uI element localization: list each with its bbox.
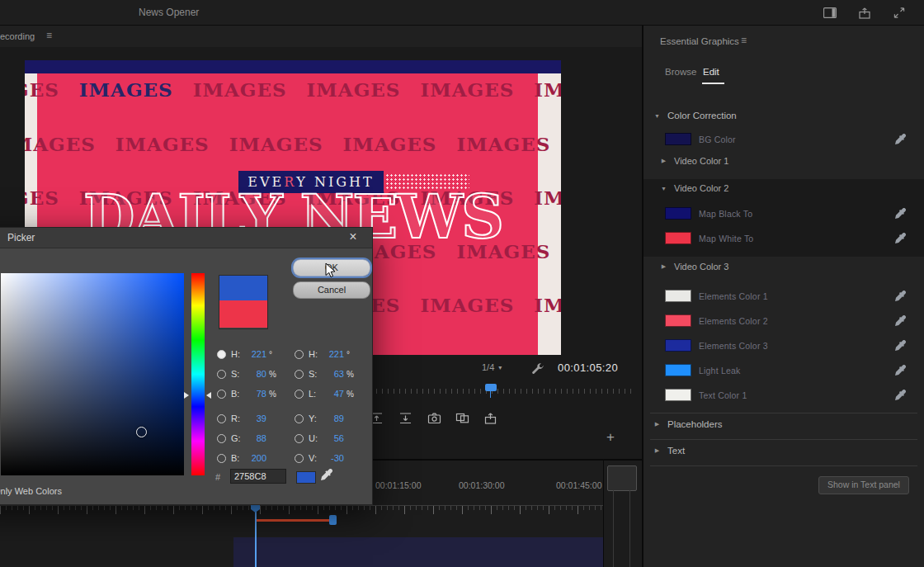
row-elements-color-1[interactable]: Elements Color 1	[665, 289, 768, 303]
radio-button[interactable]	[217, 434, 226, 443]
radio-button[interactable]	[295, 454, 304, 463]
row-elements-color-2[interactable]: Elements Color 2	[665, 314, 768, 328]
panel-menu-icon[interactable]: ≡	[46, 30, 52, 41]
section-color-correction[interactable]: ▼ Color Correction	[653, 111, 737, 120]
color-swatch[interactable]	[665, 364, 691, 376]
color-swatch[interactable]	[665, 207, 691, 220]
field-hsl-s[interactable]: S: 63 %	[295, 368, 356, 380]
field-hsl-l[interactable]: L: 47 %	[295, 388, 356, 399]
eyedropper-icon[interactable]	[321, 469, 332, 480]
radio-button[interactable]	[217, 454, 226, 463]
playback-resolution-select[interactable]: 1/4 ▾	[482, 362, 502, 372]
row-light-leak[interactable]: Light Leak	[665, 363, 740, 377]
eyedropper-icon[interactable]	[895, 340, 906, 351]
radio-button[interactable]	[217, 370, 226, 379]
radio-button[interactable]	[295, 370, 304, 379]
chevron-down-icon[interactable]: ▼	[653, 113, 661, 119]
field-value[interactable]: 200	[244, 453, 266, 463]
field-yuv-v[interactable]: V: -30	[295, 452, 356, 464]
field-yuv-u[interactable]: U: 56	[295, 432, 356, 444]
field-value[interactable]: 80	[244, 369, 266, 379]
workspace-icon[interactable]	[823, 7, 837, 19]
field-value[interactable]: 56	[322, 433, 344, 443]
color-swatch[interactable]	[665, 339, 691, 352]
hue-slider-arrow-left[interactable]	[184, 392, 189, 399]
current-timecode[interactable]: 00:01:05:20	[558, 361, 618, 374]
field-hue[interactable]: H: 221 °	[217, 348, 279, 360]
monitor-playhead-handle[interactable]	[485, 384, 497, 391]
field-yuv-y[interactable]: Y: 89	[295, 413, 356, 424]
chevron-right-icon[interactable]: ▶	[653, 447, 661, 454]
timeline-scrollbar-thumb[interactable]	[607, 465, 637, 491]
row-text-color-1[interactable]: Text Color 1	[665, 388, 747, 402]
color-swatch[interactable]	[665, 133, 691, 145]
color-swatch[interactable]	[665, 232, 691, 244]
eyedropper-icon[interactable]	[895, 291, 906, 301]
share-export-icon[interactable]	[858, 7, 871, 19]
button-editor-plus[interactable]: +	[606, 429, 615, 446]
field-value[interactable]: 88	[244, 433, 266, 443]
chevron-right-icon[interactable]: ▶	[660, 263, 667, 270]
group-video-color-1[interactable]: ▶ Video Color 1	[660, 156, 728, 166]
export-icon[interactable]	[483, 412, 497, 424]
field-value[interactable]: 63	[322, 369, 344, 379]
eyedropper-icon[interactable]	[895, 390, 906, 400]
timeline-ruler[interactable]	[0, 505, 603, 515]
hue-slider[interactable]	[191, 273, 205, 475]
panel-menu-icon[interactable]: ≡	[741, 35, 747, 46]
field-value[interactable]: 39	[244, 413, 266, 423]
group-video-color-2[interactable]: ▼ Video Color 2	[660, 183, 728, 193]
section-text[interactable]: ▶ Text	[653, 446, 685, 456]
hex-input[interactable]	[230, 469, 286, 484]
field-blue[interactable]: B: 200	[217, 452, 279, 464]
color-swatch[interactable]	[665, 389, 691, 401]
tab-recording[interactable]: Recording	[0, 31, 35, 41]
radio-button[interactable]	[217, 390, 226, 399]
comparison-view-icon[interactable]	[455, 412, 469, 424]
row-map-black-to[interactable]: Map Black To	[665, 206, 752, 220]
fullscreen-icon[interactable]	[893, 7, 906, 19]
field-saturation[interactable]: S: 80 %	[217, 368, 279, 380]
eyedropper-icon[interactable]	[895, 315, 906, 326]
row-bg-color[interactable]: BG Color	[665, 132, 736, 146]
radio-button[interactable]	[217, 350, 226, 359]
dialog-title-bar[interactable]: Picker ×	[0, 228, 372, 248]
field-brightness[interactable]: B: 78 %	[217, 388, 279, 399]
settings-wrench-icon[interactable]	[532, 363, 544, 375]
hue-slider-arrow-right[interactable]	[206, 392, 211, 399]
color-swatch[interactable]	[665, 290, 691, 302]
field-value[interactable]: 221	[244, 349, 266, 359]
export-frame-icon[interactable]	[427, 412, 441, 424]
group-video-color-3[interactable]: ▶ Video Color 3	[660, 262, 728, 272]
row-map-white-to[interactable]: Map White To	[665, 231, 753, 245]
color-swatch[interactable]	[665, 314, 691, 327]
field-red[interactable]: R: 39	[217, 413, 279, 424]
eyedropper-icon[interactable]	[895, 233, 906, 243]
cancel-button[interactable]: Cancel	[293, 281, 370, 299]
field-value[interactable]: 221	[322, 349, 344, 359]
chevron-down-icon[interactable]: ▼	[660, 186, 667, 191]
timeline-clip-handle[interactable]	[329, 515, 337, 525]
chevron-right-icon[interactable]: ▶	[653, 421, 661, 428]
field-value[interactable]: -30	[322, 453, 344, 463]
eyedropper-icon[interactable]	[895, 365, 906, 376]
field-value[interactable]: 89	[322, 413, 344, 423]
field-hsl-h[interactable]: H: 221 °	[295, 348, 356, 360]
close-icon[interactable]: ×	[346, 229, 361, 244]
color-field-selector[interactable]	[136, 427, 147, 437]
radio-button[interactable]	[217, 414, 226, 423]
timeline-selected-clip-bar[interactable]	[256, 519, 332, 522]
saturation-brightness-field[interactable]	[1, 273, 184, 475]
only-web-colors-label[interactable]: Only Web Colors	[0, 486, 62, 496]
field-value[interactable]: 78	[244, 389, 266, 399]
eyedropper-icon[interactable]	[895, 208, 906, 219]
field-value[interactable]: 47	[322, 389, 344, 399]
tab-browse[interactable]: Browse	[665, 67, 696, 77]
radio-button[interactable]	[295, 350, 304, 359]
tab-edit[interactable]: Edit	[703, 67, 719, 77]
section-placeholders[interactable]: ▶ Placeholders	[653, 419, 722, 429]
show-in-text-panel-button[interactable]: Show in Text panel	[818, 476, 909, 494]
row-elements-color-3[interactable]: Elements Color 3	[665, 338, 768, 352]
radio-button[interactable]	[295, 390, 304, 399]
radio-button[interactable]	[295, 414, 304, 423]
